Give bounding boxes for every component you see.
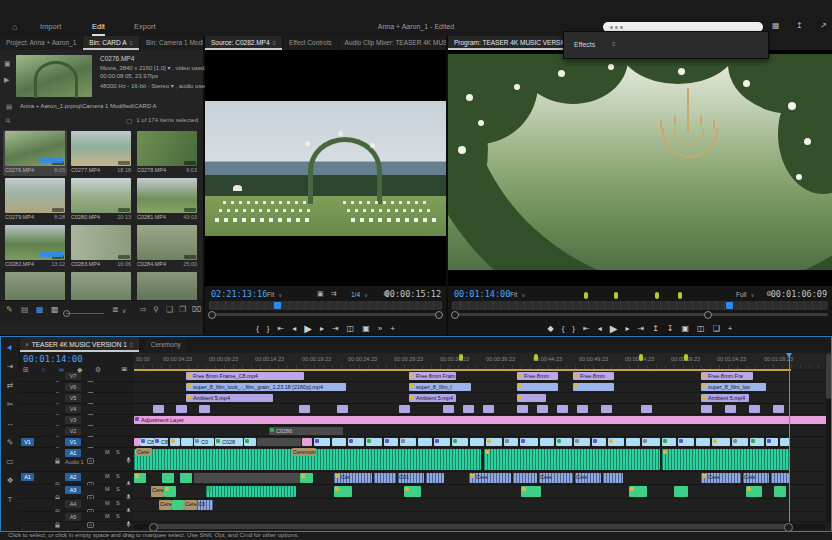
mark-out-button[interactable]: } — [267, 324, 270, 333]
source-tab-0[interactable]: Source: C0282.MP4≡ — [205, 36, 283, 50]
timeline-clip[interactable]: C0 — [194, 438, 214, 446]
timeline-clip[interactable] — [299, 405, 310, 413]
playback-res-icon[interactable]: ⇉ — [331, 290, 337, 298]
workspaces-button[interactable]: ▦ — [772, 21, 780, 30]
sort-chevron-icon[interactable]: ∨ — [122, 307, 126, 314]
track-label-v2[interactable]: V2 — [65, 427, 81, 435]
program-zoom-bar[interactable] — [452, 313, 828, 316]
writable-icon[interactable]: ✎ — [6, 305, 13, 314]
overwrite-button[interactable]: ▣ — [362, 324, 370, 333]
mute-button[interactable]: M — [105, 500, 110, 506]
timeline-clip[interactable]: super_8_film_l — [409, 383, 471, 391]
track-label-a2[interactable]: A2 — [65, 473, 81, 481]
timeline-clip[interactable] — [732, 438, 748, 446]
timeline-clip[interactable]: Ambient 5.mp4 — [409, 394, 456, 402]
add-marker-button[interactable]: ◆ — [547, 324, 553, 333]
timeline-clip[interactable] — [521, 486, 541, 497]
sequence-marker[interactable] — [534, 354, 538, 361]
thumbnail-zoom-knob[interactable] — [63, 310, 70, 317]
timeline-clip[interactable] — [573, 383, 614, 391]
solo-button[interactable]: S — [116, 486, 120, 492]
timeline-clip[interactable]: C01 — [398, 473, 424, 483]
fullscreen-button[interactable]: ↗ — [820, 21, 827, 30]
timeline-clip[interactable] — [180, 473, 192, 483]
source-zoom-bar[interactable] — [209, 313, 442, 316]
program-video-frame[interactable] — [448, 54, 832, 270]
source-tab-2[interactable]: Audio Clip Mixer: TEASER 4K MUSIC VERSI — [339, 36, 446, 50]
timeline-clip[interactable]: Cere — [539, 473, 573, 483]
program-scrubber[interactable] — [452, 301, 828, 310]
timeline-clip[interactable] — [601, 405, 612, 413]
timeline-clip[interactable] — [712, 438, 730, 446]
mute-button[interactable]: M — [105, 473, 110, 479]
timeline-vscrollbar[interactable] — [826, 353, 831, 522]
ripple-edit-tool[interactable]: ⇄ — [1, 381, 19, 390]
timeline-clip[interactable] — [537, 405, 548, 413]
track-label-v3[interactable]: V3 — [65, 416, 81, 424]
timeline-clip[interactable]: super_8_film_look_-_film_grain_1.23.18 [… — [186, 383, 346, 391]
preview-thumbnail[interactable] — [16, 55, 92, 97]
timeline-clip[interactable] — [418, 438, 432, 446]
rectangle-tool[interactable]: ▭ — [1, 457, 19, 466]
timeline-clip[interactable]: Cere — [469, 473, 511, 483]
timeline-clip[interactable] — [244, 438, 256, 446]
sequence-marker[interactable] — [678, 292, 682, 299]
timeline-clip[interactable] — [662, 449, 790, 470]
timeline-clip[interactable] — [404, 486, 421, 497]
comparison-view-button[interactable]: ◫ — [697, 324, 705, 333]
track-lane-a3[interactable]: Cere — [134, 485, 825, 499]
voiceover-mic-icon[interactable] — [126, 450, 131, 468]
timeline-clip[interactable]: Free 8mm — [573, 372, 614, 380]
timeline-clip[interactable]: Free 8mm Fra — [701, 372, 753, 380]
timeline-clip[interactable] — [486, 438, 502, 446]
solo-button[interactable]: S — [116, 473, 120, 479]
track-lane-v6[interactable]: super_8_film_look_-_film_grain_1.23.18 [… — [134, 382, 825, 393]
timeline-clip[interactable]: C8_ — [140, 438, 154, 446]
tab-sequence-teaser[interactable]: ×TEASER 4K MUSIC VERSION 1≡ — [19, 337, 140, 352]
mute-button[interactable]: M — [105, 449, 110, 455]
timeline-clip[interactable] — [434, 438, 450, 446]
program-resolution-select[interactable]: Full∨ — [736, 291, 755, 298]
go-to-out-button[interactable]: ⇥ — [637, 324, 644, 333]
track-label-v6[interactable]: V6 — [65, 383, 81, 391]
timeline-clip[interactable] — [302, 438, 312, 446]
bin-item[interactable]: C0279.MP48:28 — [3, 177, 67, 223]
timeline-clip[interactable] — [577, 405, 588, 413]
hand-tool[interactable]: ❖ — [1, 476, 19, 485]
timeline-clip[interactable]: Cere — [159, 500, 172, 510]
timeline-clip[interactable]: Cere — [184, 500, 197, 510]
timeline-clip[interactable] — [470, 438, 484, 446]
track-label-v4[interactable]: V4 — [65, 405, 81, 413]
timeline-clip[interactable] — [746, 486, 762, 497]
track-lane-v1[interactable]: C8_C8_C0C028 — [134, 437, 825, 448]
bin-item[interactable]: C0282.MP413:12 — [3, 224, 67, 270]
new-bin-button[interactable]: ❏ — [166, 305, 173, 314]
delete-button[interactable]: ⌧ — [192, 305, 201, 314]
pen-tool[interactable]: ✎ — [1, 438, 19, 447]
timeline-clip[interactable] — [332, 438, 346, 446]
razor-tool[interactable]: ✂ — [1, 400, 19, 409]
source-timecode[interactable]: 02:21:13:16 — [211, 289, 267, 299]
timeline-clip[interactable] — [642, 438, 660, 446]
filter-bin-icon[interactable]: ▢ — [126, 117, 132, 125]
panel-menu-icon[interactable]: ≡ — [130, 40, 134, 46]
breadcrumb[interactable]: Anna + Aaron_1.prproj\Camera 1 Modified\… — [20, 103, 157, 109]
timeline-clip[interactable] — [484, 449, 660, 470]
timeline-clip[interactable]: Ambient 5.mp4 — [701, 394, 749, 402]
timeline-clip[interactable] — [504, 438, 518, 446]
new-item-button[interactable]: ❐ — [179, 305, 186, 314]
button-editor[interactable]: + — [728, 324, 733, 333]
timeline-clip[interactable] — [452, 438, 468, 446]
timeline-clip[interactable]: C8_ — [154, 438, 168, 446]
timeline-clip[interactable] — [483, 405, 494, 413]
timeline-clip[interactable]: C028 — [215, 438, 243, 446]
lift-button[interactable]: ↥ — [652, 324, 659, 333]
timeline-clip[interactable] — [749, 405, 760, 413]
timeline-clip[interactable]: Free 8mm — [517, 372, 558, 380]
camera-icon[interactable]: ▣ — [4, 60, 11, 68]
selection-tool[interactable]: ➤ — [2, 337, 19, 357]
timeline-clip[interactable]: Cere — [701, 473, 741, 483]
go-to-in-button[interactable]: ⇤ — [583, 324, 590, 333]
track-lane-v5[interactable]: Ambient 5.mp4Ambient 5.mp4Ambient 5.mp4 — [134, 393, 825, 404]
freeform-view-button[interactable]: ▩ — [51, 305, 59, 314]
